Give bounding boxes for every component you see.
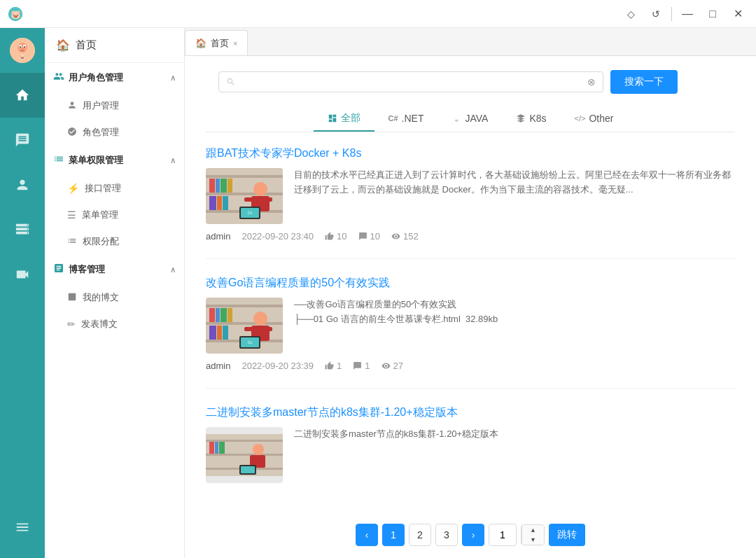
svg-point-6 [20,46,21,48]
avatar-item[interactable]: 🐷 [0,28,45,73]
svg-text:🐷: 🐷 [10,9,21,20]
pin-icon[interactable]: ◇ [621,4,640,24]
nav-home-icon: 🏠 [56,39,70,52]
svg-rect-39 [209,308,215,322]
page-stepper: ▲ ▼ [521,524,545,545]
search-button[interactable]: 搜索一下 [610,70,678,94]
maximize-button[interactable]: □ [703,4,722,24]
post-title-1[interactable]: 跟BAT技术专家学Docker + K8s [206,146,735,161]
post-author-2: admin [206,361,230,371]
nav-item-post-blog[interactable]: ✏ 发表博文 [45,311,184,337]
page-jump: ▲ ▼ 跳转 [489,524,585,546]
tab-bar: 🏠 首页 × [185,28,756,56]
svg-rect-63 [241,466,255,473]
icon-sidebar: 🐷 [0,28,45,558]
sidebar-icon-server[interactable] [0,207,45,252]
post-excerpt-2: ──改善Go语言编程质量的50个有效实践 ├──01 Go 语言的前生今世慕课专… [294,298,735,327]
nav-item-menu-label: 菜单管理 [82,209,118,221]
pagination-next[interactable]: › [462,524,484,546]
minimize-button[interactable]: — [678,4,697,24]
nav-item-my-blog[interactable]: 我的博文 [45,284,184,311]
post-thumbnail-2: Go [206,298,283,354]
nav-group-blog-header[interactable]: 博客管理 ∧ [45,255,184,284]
nav-group-user-role: 用户角色管理 ∧ 用户管理 角色管理 [45,63,184,146]
pagination-page-2[interactable]: 2 [409,524,431,546]
post-views-1: 152 [391,231,419,242]
role-manage-icon [67,127,77,139]
svg-rect-36 [206,305,283,307]
menu-perm-icon [53,153,64,167]
user-role-icon [53,71,64,85]
view-icon [391,232,400,241]
app-body: 🐷 [0,28,756,558]
svg-rect-48 [244,327,254,331]
svg-point-15 [27,232,28,234]
svg-rect-22 [216,179,220,193]
post-thumbnail-3 [206,427,283,483]
stepper-down[interactable]: ▼ [522,535,544,545]
post-likes-1: 10 [325,231,346,242]
cat-tab-dotnet[interactable]: C# .NET [374,107,438,131]
search-input[interactable] [240,76,587,88]
post-item-3: 二进制安装多master节点的k8s集群-1.20+稳定版本 [206,405,735,500]
pagination-page-3[interactable]: 3 [435,524,458,546]
nav-home-header[interactable]: 🏠 首页 [45,28,184,63]
sidebar-icon-home[interactable] [0,73,45,118]
sidebar-icon-chat[interactable] [0,118,45,162]
search-clear-icon[interactable]: ⊗ [587,76,596,88]
refresh-icon[interactable]: ↺ [646,4,666,24]
cat-tab-other[interactable]: </> Other [561,107,628,131]
post-title-2[interactable]: 改善Go语言编程质量的50个有效实践 [206,276,735,291]
svg-point-7 [24,46,25,48]
nav-item-api-manage[interactable]: ⚡ 接口管理 [45,175,184,202]
nav-item-api-label: 接口管理 [85,182,121,195]
svg-rect-21 [209,179,215,193]
svg-rect-54 [206,440,283,442]
stepper-up[interactable]: ▲ [522,525,544,535]
svg-text:Ch: Ch [248,211,253,215]
svg-rect-44 [217,326,222,340]
nav-group-user-role-label: 用户角色管理 [69,71,123,84]
svg-point-14 [27,228,28,230]
nav-item-perm-assign[interactable]: 权限分配 [45,228,184,255]
svg-rect-59 [219,442,225,454]
sidebar-icon-menu[interactable] [0,505,45,550]
cat-tab-k8s[interactable]: K8s [502,107,560,131]
nav-item-menu-manage[interactable]: ☰ 菜单管理 [45,202,184,228]
pagination-prev[interactable]: ‹ [356,524,378,546]
like-icon [325,232,334,241]
post-item-2: 改善Go语言编程质量的50个有效实践 [206,276,735,389]
svg-rect-41 [220,308,227,322]
menu-icon: ☰ [67,209,76,221]
svg-rect-43 [209,326,216,340]
nav-item-role-manage[interactable]: 角色管理 [45,119,184,146]
category-tabs: 全部 C# .NET JAVA K8s </> Other [206,106,735,132]
titlebar-right: ◇ ↺ — □ ✕ [621,4,748,24]
nav-group-user-role-header[interactable]: 用户角色管理 ∧ [45,63,184,92]
svg-rect-10 [16,224,29,227]
dotnet-icon: C# [388,114,398,123]
close-button[interactable]: ✕ [728,4,748,24]
cat-tab-all[interactable]: 全部 [314,106,374,132]
app-logo: 🐷 [8,7,22,21]
tab-close-icon[interactable]: × [233,39,237,48]
tab-home[interactable]: 🏠 首页 × [185,30,248,55]
comment-icon-2 [353,361,362,370]
post-meta-2: admin 2022-09-20 23:39 1 1 27 [206,361,735,371]
svg-rect-12 [16,232,29,235]
nav-group-menu-perm-header[interactable]: 菜单权限管理 ∧ [45,146,184,175]
sidebar-icon-video[interactable] [0,252,45,297]
page-jump-input[interactable] [489,524,517,546]
jump-button[interactable]: 跳转 [549,524,585,546]
sidebar-icon-user[interactable] [0,162,45,207]
post-author-1: admin [206,231,230,242]
nav-item-user-manage-label: 用户管理 [83,99,119,112]
post-title-3[interactable]: 二进制安装多master节点的k8s集群-1.20+稳定版本 [206,405,735,420]
pagination-page-1[interactable]: 1 [382,524,405,546]
nav-item-perm-label: 权限分配 [83,235,119,248]
nav-group-menu-perm: 菜单权限管理 ∧ ⚡ 接口管理 ☰ 菜单管理 权限分配 [45,146,184,255]
nav-item-user-manage[interactable]: 用户管理 [45,92,184,119]
api-icon: ⚡ [67,183,79,194]
icon-sidebar-top: 🐷 [0,28,45,505]
cat-tab-java[interactable]: JAVA [438,107,502,131]
